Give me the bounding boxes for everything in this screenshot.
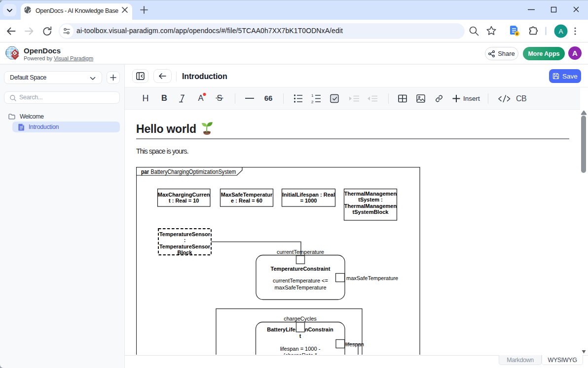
svg-text:currentTemperature: currentTemperature xyxy=(277,249,324,255)
svg-text:A: A xyxy=(198,93,203,102)
svg-text:CB: CB xyxy=(516,94,526,103)
svg-text:MaxSafeTemperatur: MaxSafeTemperatur xyxy=(221,192,273,198)
svg-text:TemperatureConstraint: TemperatureConstraint xyxy=(271,266,331,272)
svg-text:(chargeRate *: (chargeRate * xyxy=(284,352,318,355)
svg-text:A: A xyxy=(558,28,563,35)
svg-text:tSystem :: tSystem : xyxy=(358,197,383,203)
svg-text:maxSafeTemperature: maxSafeTemperature xyxy=(346,275,398,281)
svg-text:e : Real = 60: e : Real = 60 xyxy=(231,198,262,204)
svg-text:tSystemBlock: tSystemBlock xyxy=(353,209,389,215)
svg-text:MaxChargingCurren: MaxChargingCurren xyxy=(158,192,210,198)
svg-text:66: 66 xyxy=(264,94,273,102)
svg-text:maxSafeTemperature: maxSafeTemperature xyxy=(274,285,326,290)
svg-text:ThermalManagemen: ThermalManagemen xyxy=(344,191,397,197)
svg-text:par BatteryChargingOptimizatio: par BatteryChargingOptimizationSystem xyxy=(141,168,236,175)
svg-text:t : Real = 10: t : Real = 10 xyxy=(169,198,199,204)
svg-text:t: t xyxy=(299,333,301,339)
svg-text:currentTemperature <=: currentTemperature <= xyxy=(273,278,328,284)
svg-text:TemperatureSensor: TemperatureSensor xyxy=(159,231,211,237)
svg-text:Insert: Insert xyxy=(463,95,480,102)
svg-text:H: H xyxy=(143,93,149,103)
svg-text:Block: Block xyxy=(178,249,193,255)
svg-text:chargeCycles: chargeCycles xyxy=(284,316,317,322)
svg-text:InitialLifespan : Real: InitialLifespan : Real xyxy=(282,192,335,198)
svg-text:lifespan = 1000 -: lifespan = 1000 - xyxy=(280,346,321,352)
svg-text:B: B xyxy=(161,93,167,102)
svg-text:= 1000: = 1000 xyxy=(300,198,317,204)
svg-text:ThermalManagemen: ThermalManagemen xyxy=(344,203,397,209)
svg-text:2: 2 xyxy=(311,100,314,104)
svg-text:TemperatureSensor: TemperatureSensor xyxy=(159,244,211,249)
svg-text::: : xyxy=(184,237,186,243)
svg-text:1: 1 xyxy=(311,93,314,98)
